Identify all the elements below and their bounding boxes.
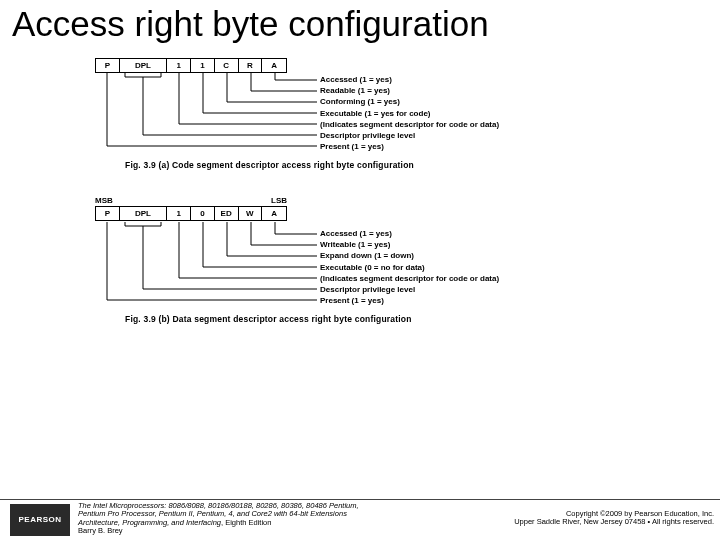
desc-line: Expand down (1 = down) bbox=[320, 252, 499, 260]
fig-b-caption: Fig. 3.9 (b) Data segment descriptor acc… bbox=[125, 314, 412, 324]
desc-line: (Indicates segment descriptor for code o… bbox=[320, 275, 499, 283]
slide: Access right byte configuration P DPL 1 … bbox=[0, 0, 720, 540]
bit-w: W bbox=[239, 207, 263, 220]
desc-line: Descriptor privilege level bbox=[320, 132, 499, 140]
bit-1b: 1 bbox=[191, 59, 215, 72]
desc-line: Executable (1 = yes for code) bbox=[320, 110, 499, 118]
copy-line2: Upper Saddle River, New Jersey 07458 • A… bbox=[514, 517, 714, 526]
bit-r: R bbox=[239, 59, 263, 72]
fig-a-bitrow: P DPL 1 1 C R A bbox=[95, 58, 287, 73]
copyright: Copyright ©2009 by Pearson Education, In… bbox=[514, 502, 720, 527]
bit-ed: ED bbox=[215, 207, 239, 220]
bit-p: P bbox=[96, 59, 120, 72]
bit-0: 0 bbox=[191, 207, 215, 220]
fig-b-bitrow: P DPL 1 0 ED W A bbox=[95, 206, 287, 221]
content-area: P DPL 1 1 C R A bbox=[95, 62, 615, 360]
desc-line: Executable (0 = no for data) bbox=[320, 264, 499, 272]
bit-c: C bbox=[215, 59, 239, 72]
footer: PEARSON The Intel Microprocessors: 8086/… bbox=[0, 499, 720, 537]
desc-line: (Indicates segment descriptor for code o… bbox=[320, 121, 499, 129]
fig-b-desc: Accessed (1 = yes) Writeable (1 = yes) E… bbox=[320, 230, 499, 308]
bit-dpl: DPL bbox=[120, 207, 168, 220]
author: Barry B. Brey bbox=[78, 526, 123, 535]
bit-1a: 1 bbox=[167, 59, 191, 72]
msb-label: MSB bbox=[95, 196, 113, 205]
desc-line: Accessed (1 = yes) bbox=[320, 76, 499, 84]
desc-line: Descriptor privilege level bbox=[320, 286, 499, 294]
desc-line: Readable (1 = yes) bbox=[320, 87, 499, 95]
desc-line: Writeable (1 = yes) bbox=[320, 241, 499, 249]
figure-b: MSB LSB P DPL 1 0 ED W A bbox=[95, 196, 615, 356]
book-line3b: , Eighth Edition bbox=[221, 518, 271, 527]
msb-lsb-labels: MSB LSB bbox=[95, 196, 287, 205]
desc-line: Present (1 = yes) bbox=[320, 297, 499, 305]
book-info: The Intel Microprocessors: 8086/8088, 80… bbox=[78, 502, 514, 537]
desc-line: Accessed (1 = yes) bbox=[320, 230, 499, 238]
bit-dpl: DPL bbox=[120, 59, 168, 72]
pearson-logo: PEARSON bbox=[10, 504, 70, 536]
bit-p: P bbox=[96, 207, 120, 220]
fig-a-caption: Fig. 3.9 (a) Code segment descriptor acc… bbox=[125, 160, 414, 170]
desc-line: Present (1 = yes) bbox=[320, 143, 499, 151]
desc-line: Conforming (1 = yes) bbox=[320, 98, 499, 106]
slide-title: Access right byte configuration bbox=[0, 0, 720, 44]
lsb-label: LSB bbox=[271, 196, 287, 205]
figure-a: P DPL 1 1 C R A bbox=[95, 62, 615, 182]
bit-a: A bbox=[262, 59, 286, 72]
bit-1a: 1 bbox=[167, 207, 191, 220]
bit-a: A bbox=[262, 207, 286, 220]
fig-a-desc: Accessed (1 = yes) Readable (1 = yes) Co… bbox=[320, 76, 499, 154]
